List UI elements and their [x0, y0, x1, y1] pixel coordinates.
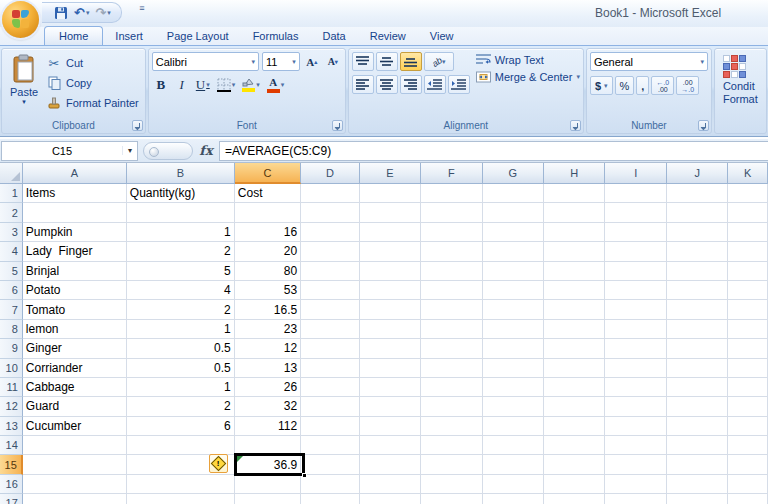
comma-style-button[interactable]: , [636, 76, 649, 95]
cell-A6[interactable]: Potato [23, 281, 127, 300]
cell-H3[interactable] [544, 223, 605, 242]
row-header-7[interactable]: 7 [0, 300, 23, 319]
cell-H1[interactable] [544, 184, 605, 203]
cell-E11[interactable] [360, 378, 421, 397]
fill-color-caret[interactable]: ▾ [256, 81, 260, 89]
formula-input[interactable]: =AVERAGE(C5:C9) [219, 141, 768, 161]
cell-J2[interactable] [667, 203, 728, 222]
column-header-B[interactable]: B [127, 163, 235, 184]
cell-E15[interactable] [360, 455, 421, 474]
fill-handle[interactable] [302, 473, 307, 478]
cell-C2[interactable] [235, 203, 301, 222]
cell-B13[interactable]: 6 [127, 417, 235, 436]
underline-button[interactable]: U ▾ [194, 75, 212, 94]
cell-H17[interactable] [544, 494, 605, 504]
cell-B9[interactable]: 0.5 [127, 339, 235, 358]
name-box[interactable]: C15 ▾ [1, 141, 138, 161]
cell-K12[interactable] [728, 397, 768, 416]
cell-D10[interactable] [301, 359, 359, 378]
cell-K17[interactable] [728, 494, 768, 504]
bottom-align-button[interactable] [400, 52, 422, 71]
cell-E13[interactable] [360, 417, 421, 436]
cell-J6[interactable] [667, 281, 728, 300]
cell-E4[interactable] [360, 242, 421, 261]
cell-J3[interactable] [667, 223, 728, 242]
cell-J5[interactable] [667, 262, 728, 281]
cell-H13[interactable] [544, 417, 605, 436]
cell-G14[interactable] [483, 436, 544, 455]
tab-data[interactable]: Data [310, 27, 357, 45]
cell-C17[interactable] [235, 494, 301, 504]
cell-I6[interactable] [605, 281, 666, 300]
row-header-17[interactable]: 17 [0, 494, 23, 504]
cell-H11[interactable] [544, 378, 605, 397]
cell-B7[interactable]: 2 [127, 300, 235, 319]
orientation-button[interactable]: ab ▾ [424, 52, 454, 71]
cell-G5[interactable] [483, 262, 544, 281]
tab-review[interactable]: Review [358, 27, 418, 45]
cell-E12[interactable] [360, 397, 421, 416]
cell-I11[interactable] [605, 378, 666, 397]
cell-E9[interactable] [360, 339, 421, 358]
cell-E6[interactable] [360, 281, 421, 300]
cell-H6[interactable] [544, 281, 605, 300]
cell-F17[interactable] [421, 494, 482, 504]
cell-C8[interactable]: 23 [235, 320, 301, 339]
cell-I5[interactable] [605, 262, 666, 281]
row-header-3[interactable]: 3 [0, 223, 23, 242]
cell-D8[interactable] [301, 320, 359, 339]
cell-I4[interactable] [605, 242, 666, 261]
font-color-button[interactable]: A ▾ [265, 75, 287, 94]
select-all-corner[interactable] [0, 163, 23, 184]
row-header-10[interactable]: 10 [0, 359, 23, 378]
cell-G15[interactable] [483, 455, 544, 474]
cell-F16[interactable] [421, 475, 482, 494]
underline-caret[interactable]: ▾ [206, 81, 210, 89]
cell-B6[interactable]: 4 [127, 281, 235, 300]
cell-F1[interactable] [421, 184, 482, 203]
office-button[interactable] [2, 1, 39, 38]
cell-K13[interactable] [728, 417, 768, 436]
cell-I14[interactable] [605, 436, 666, 455]
cell-J4[interactable] [667, 242, 728, 261]
cell-I7[interactable] [605, 300, 666, 319]
borders-caret[interactable]: ▾ [232, 81, 236, 89]
cell-D6[interactable] [301, 281, 359, 300]
wrap-text-button[interactable]: Wrap Text [476, 54, 580, 66]
cell-I15[interactable] [605, 455, 666, 474]
cell-F9[interactable] [421, 339, 482, 358]
cell-I9[interactable] [605, 339, 666, 358]
cell-D17[interactable] [301, 494, 359, 504]
column-header-C[interactable]: C [235, 163, 301, 184]
cell-J15[interactable] [667, 455, 728, 474]
cell-C1[interactable]: Cost [235, 184, 301, 203]
cell-G7[interactable] [483, 300, 544, 319]
cell-K5[interactable] [728, 262, 768, 281]
cell-F12[interactable] [421, 397, 482, 416]
percent-style-button[interactable]: % [615, 76, 635, 95]
cell-J10[interactable] [667, 359, 728, 378]
cell-K3[interactable] [728, 223, 768, 242]
cell-B5[interactable]: 5 [127, 262, 235, 281]
cell-F11[interactable] [421, 378, 482, 397]
cell-F3[interactable] [421, 223, 482, 242]
middle-align-button[interactable] [376, 52, 398, 71]
cell-A11[interactable]: Cabbage [23, 378, 127, 397]
top-align-button[interactable] [352, 52, 374, 71]
cell-K2[interactable] [728, 203, 768, 222]
cell-K11[interactable] [728, 378, 768, 397]
row-header-1[interactable]: 1 [0, 184, 23, 203]
decrease-decimal-button[interactable]: .00→.0 [676, 76, 699, 95]
formula-bar-splitter[interactable] [143, 142, 193, 160]
cell-I17[interactable] [605, 494, 666, 504]
row-header-13[interactable]: 13 [0, 417, 23, 436]
tab-home[interactable]: Home [44, 26, 103, 45]
cell-J1[interactable] [667, 184, 728, 203]
cell-K4[interactable] [728, 242, 768, 261]
cell-B4[interactable]: 2 [127, 242, 235, 261]
borders-button[interactable]: ▾ [215, 75, 238, 94]
cell-A5[interactable]: Brinjal [23, 262, 127, 281]
cell-B2[interactable] [127, 203, 235, 222]
cell-G3[interactable] [483, 223, 544, 242]
cell-F8[interactable] [421, 320, 482, 339]
